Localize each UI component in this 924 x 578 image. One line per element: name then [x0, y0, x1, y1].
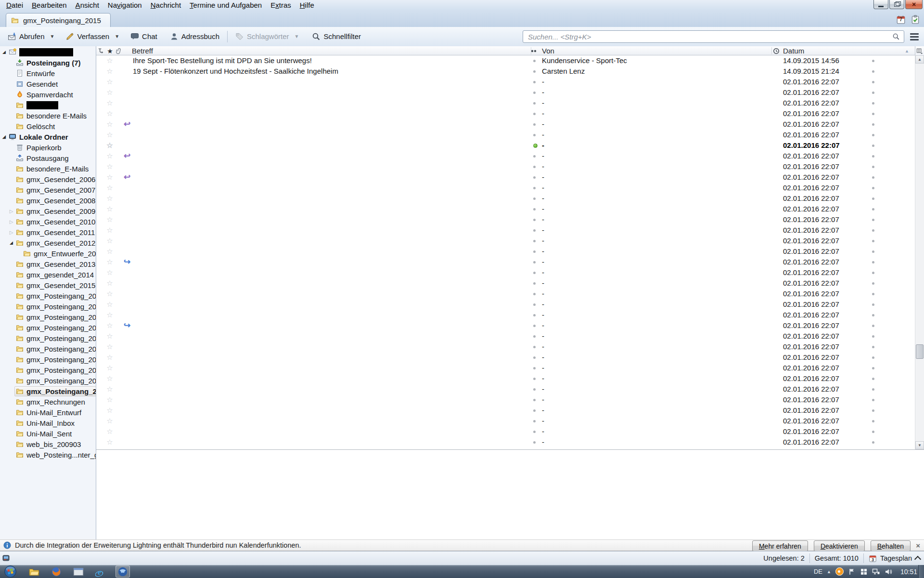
twisty-icon[interactable]: ▷: [8, 209, 14, 214]
menu-item-navigation[interactable]: Navigation: [103, 0, 146, 11]
message-row[interactable]: ☆-02.01.2016 22:07: [96, 437, 924, 447]
keep-button[interactable]: Behalten: [871, 540, 911, 552]
star-toggle[interactable]: ☆: [105, 151, 114, 161]
star-toggle[interactable]: ☆: [105, 342, 114, 352]
vertical-scrollbar[interactable]: ▲ ▼: [915, 55, 924, 449]
volume-icon[interactable]: [885, 568, 892, 576]
message-row[interactable]: ☆-02.01.2016 22:07: [96, 405, 924, 416]
message-row[interactable]: ☆-02.01.2016 22:07: [96, 140, 924, 151]
star-toggle[interactable]: ☆: [105, 161, 114, 172]
star-toggle[interactable]: ☆: [105, 426, 114, 437]
message-row[interactable]: ☆↩-02.01.2016 22:07: [96, 172, 924, 183]
read-column-header[interactable]: [530, 46, 539, 55]
twisty-icon[interactable]: ▷: [8, 219, 14, 224]
star-toggle[interactable]: ☆: [105, 320, 114, 331]
message-row[interactable]: ☆-02.01.2016 22:07: [96, 161, 924, 172]
menu-item-datei[interactable]: Datei: [2, 0, 27, 11]
network-icon[interactable]: [872, 568, 880, 576]
folder-row-gmx-gesendet-2015[interactable]: gmx_Gesendet_2015: [0, 280, 96, 290]
star-toggle[interactable]: ☆: [105, 416, 114, 426]
menu-item-bearbeiten[interactable]: Bearbeiten: [27, 0, 71, 11]
folder-row-papierkorb[interactable]: Papierkorb: [0, 142, 96, 153]
folder-row-gmx-gesendet-2012[interactable]: ◢gmx_Gesendet_2012: [0, 237, 96, 248]
twisty-icon[interactable]: ◢: [1, 50, 7, 54]
orange-tray-app-icon[interactable]: [835, 567, 844, 576]
message-row[interactable]: ☆19 Sept - Flötenkonzert und Hochzeitsfe…: [96, 66, 924, 77]
folder-row-gmx-posteingang-2008[interactable]: gmx_Posteingang_2008: [0, 312, 96, 322]
message-row[interactable]: ☆-02.01.2016 22:07: [96, 236, 924, 246]
message-row[interactable]: ☆-02.01.2016 22:07: [96, 384, 924, 394]
star-toggle[interactable]: ☆: [105, 352, 114, 363]
folder-row-gmx-gesendet-2010[interactable]: ▷gmx_Gesendet_2010: [0, 216, 96, 227]
message-row[interactable]: ☆-02.01.2016 22:07: [96, 267, 924, 278]
message-row[interactable]: ☆-02.01.2016 22:07: [96, 204, 924, 214]
message-row[interactable]: ☆-02.01.2016 22:07: [96, 426, 924, 437]
twisty-icon[interactable]: ◢: [1, 134, 7, 139]
star-toggle[interactable]: ☆: [105, 66, 114, 77]
folder-row-posteingang-7-[interactable]: Posteingang (7): [0, 57, 96, 68]
folder-row-gmx-posteingang-2010[interactable]: gmx_Posteingang_2010: [0, 333, 96, 343]
star-toggle[interactable]: ☆: [105, 257, 114, 267]
folder-row-gmx-gesendet-2014[interactable]: gmx_gesendet_2014: [0, 269, 96, 280]
star-toggle[interactable]: ☆: [105, 172, 114, 183]
scroll-up-button[interactable]: ▲: [915, 55, 924, 64]
star-toggle[interactable]: ☆: [105, 183, 114, 193]
taskbar-app-thunderbird[interactable]: [116, 565, 130, 578]
action-center-flag-icon[interactable]: [848, 568, 856, 576]
taskbar-app-window-app[interactable]: [71, 565, 86, 578]
search-input[interactable]: [523, 33, 892, 41]
date-column-clock[interactable]: [773, 46, 781, 55]
folder-row-web-bis-200903[interactable]: web_bis_200903: [0, 439, 96, 449]
message-row[interactable]: ☆-02.01.2016 22:07: [96, 299, 924, 310]
folder-row-gmx-posteingang-2007[interactable]: gmx_Posteingang_2007: [0, 301, 96, 312]
folder-row-gmx-posteingang-2006[interactable]: gmx_Posteingang_2006: [0, 290, 96, 301]
compose-dropdown[interactable]: ▼: [113, 32, 122, 41]
taskbar-app-internet-explorer[interactable]: e: [93, 565, 108, 578]
star-toggle[interactable]: ☆: [105, 225, 114, 236]
minimize-button[interactable]: [873, 0, 888, 9]
tab-gmx-posteingang-2015[interactable]: gmx_Posteingang_2015: [6, 13, 111, 27]
folder-row-spamverdacht[interactable]: Spamverdacht: [0, 89, 96, 100]
folder-row-gmx-posteingang-2009[interactable]: gmx_Posteingang_2009: [0, 322, 96, 333]
show-desktop-button[interactable]: [918, 565, 924, 578]
app-menu-button[interactable]: [908, 31, 921, 42]
folder-row-gmx-posteingang-2013[interactable]: gmx_Posteingang_2013: [0, 365, 96, 375]
star-toggle[interactable]: ☆: [105, 405, 114, 416]
star-toggle[interactable]: ☆: [105, 130, 114, 140]
message-row[interactable]: ☆-02.01.2016 22:07: [96, 373, 924, 384]
star-toggle[interactable]: ☆: [105, 119, 114, 130]
column-datum[interactable]: Datum: [783, 46, 804, 55]
message-row[interactable]: ☆-02.01.2016 22:07: [96, 77, 924, 87]
menu-item-nachricht[interactable]: Nachricht: [146, 0, 185, 11]
close-button[interactable]: ×: [905, 0, 923, 9]
folder-row-gmx-gesendet-2011[interactable]: ▷gmx_Gesendet_2011: [0, 227, 96, 237]
folder-row-uni-mail-inbox[interactable]: Uni-Mail_Inbox: [0, 418, 96, 428]
message-row[interactable]: ☆-02.01.2016 22:07: [96, 331, 924, 342]
column-von[interactable]: Von: [542, 46, 554, 55]
message-row[interactable]: ☆-02.01.2016 22:07: [96, 342, 924, 352]
star-toggle[interactable]: ☆: [105, 363, 114, 373]
hidden-icons-button[interactable]: ▲: [827, 569, 831, 574]
message-row[interactable]: ☆-02.01.2016 22:07: [96, 108, 924, 119]
windows-grid-icon[interactable]: [860, 568, 868, 576]
folder-row-besondere-e-mails[interactable]: besondere E-Mails: [0, 110, 96, 121]
thread-column-header[interactable]: [98, 46, 105, 55]
folder-row-gmx-gesendet-2008[interactable]: gmx_Gesendet_2008: [0, 195, 96, 206]
folder-row-gmx-entwuerfe-2012[interactable]: gmx_Entwuerfe_2012: [0, 248, 96, 259]
star-toggle[interactable]: ☆: [105, 437, 114, 447]
message-row[interactable]: ☆-02.01.2016 22:07: [96, 225, 924, 236]
star-column-header[interactable]: ★: [106, 46, 114, 55]
message-row[interactable]: ☆↩-02.01.2016 22:07: [96, 151, 924, 161]
twisty-icon[interactable]: ▷: [8, 230, 14, 235]
notification-close-button[interactable]: ×: [916, 541, 920, 550]
quick-filter-button[interactable]: Schnellfilter: [308, 30, 365, 43]
column-betreff[interactable]: Betreff: [132, 46, 153, 55]
menu-item-termine-und-aufgaben[interactable]: Termine und Aufgaben: [185, 0, 266, 11]
message-row[interactable]: ☆↩-02.01.2016 22:07: [96, 119, 924, 130]
scroll-thumb[interactable]: [916, 344, 924, 359]
folder-row-gmx-gesendet-2009[interactable]: ▷gmx_Gesendet_2009: [0, 206, 96, 216]
message-row[interactable]: ☆-02.01.2016 22:07: [96, 87, 924, 98]
tasks-tab-button[interactable]: [910, 14, 921, 25]
star-toggle[interactable]: ☆: [105, 373, 114, 384]
taskbar-app-explorer-folder[interactable]: [27, 565, 41, 578]
